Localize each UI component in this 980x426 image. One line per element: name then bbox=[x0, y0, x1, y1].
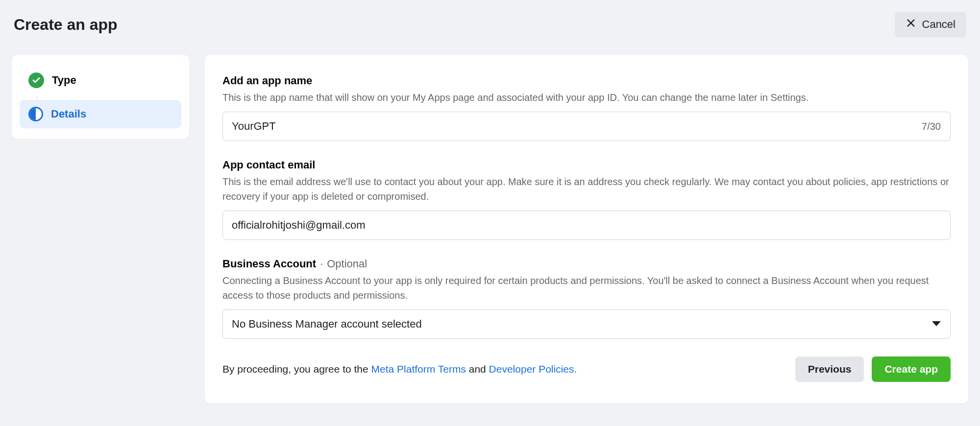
contact-email-input-wrap bbox=[222, 211, 951, 240]
agree-prefix: By proceeding, you agree to the bbox=[222, 363, 371, 375]
business-account-label: Business Account · Optional bbox=[222, 258, 951, 270]
business-account-label-text: Business Account bbox=[222, 258, 316, 270]
business-account-help: Connecting a Business Account to your ap… bbox=[222, 273, 951, 303]
field-contact-email: App contact email This is the email addr… bbox=[222, 159, 951, 240]
business-account-selected: No Business Manager account selected bbox=[232, 318, 422, 331]
step-connector bbox=[36, 95, 181, 100]
optional-tag: Optional bbox=[327, 258, 367, 270]
contact-email-input[interactable] bbox=[222, 211, 951, 240]
business-account-select[interactable]: No Business Manager account selected bbox=[222, 309, 951, 339]
contact-email-label: App contact email bbox=[222, 159, 951, 171]
app-name-input[interactable] bbox=[222, 112, 951, 141]
field-app-name: Add an app name This is the app name tha… bbox=[222, 74, 951, 141]
cancel-label: Cancel bbox=[922, 18, 956, 31]
step-label: Type bbox=[52, 74, 76, 87]
form-footer: By proceeding, you agree to the Meta Pla… bbox=[222, 356, 951, 382]
app-name-input-wrap: 7/30 bbox=[222, 112, 951, 141]
checkmark-icon bbox=[28, 72, 44, 88]
previous-button[interactable]: Previous bbox=[795, 356, 864, 382]
field-business-account: Business Account · Optional Connecting a… bbox=[222, 258, 951, 339]
page-title: Create an app bbox=[14, 16, 118, 34]
business-account-select-wrap: No Business Manager account selected bbox=[222, 309, 951, 339]
app-name-label: Add an app name bbox=[222, 74, 951, 87]
app-name-help: This is the app name that will show on y… bbox=[222, 90, 951, 105]
terms-link[interactable]: Meta Platform Terms bbox=[371, 363, 466, 375]
half-circle-icon bbox=[28, 107, 43, 121]
step-details[interactable]: Details bbox=[20, 100, 181, 128]
main-panel: Add an app name This is the app name tha… bbox=[205, 55, 968, 403]
page-header: Create an app Cancel bbox=[12, 12, 968, 37]
layout: Type Details Add an app name This is the… bbox=[12, 55, 968, 403]
contact-email-help: This is the email address we'll use to c… bbox=[222, 174, 951, 204]
step-label: Details bbox=[51, 108, 86, 120]
agreement-text: By proceeding, you agree to the Meta Pla… bbox=[222, 363, 577, 375]
close-icon bbox=[906, 18, 916, 31]
step-type[interactable]: Type bbox=[20, 66, 181, 95]
agree-mid: and bbox=[466, 363, 489, 375]
create-app-button[interactable]: Create app bbox=[872, 356, 951, 382]
cancel-button[interactable]: Cancel bbox=[895, 12, 966, 37]
sidebar: Type Details bbox=[12, 55, 189, 139]
footer-buttons: Previous Create app bbox=[795, 356, 951, 382]
separator-dot: · bbox=[320, 258, 323, 270]
policies-link[interactable]: Developer Policies. bbox=[489, 363, 577, 375]
